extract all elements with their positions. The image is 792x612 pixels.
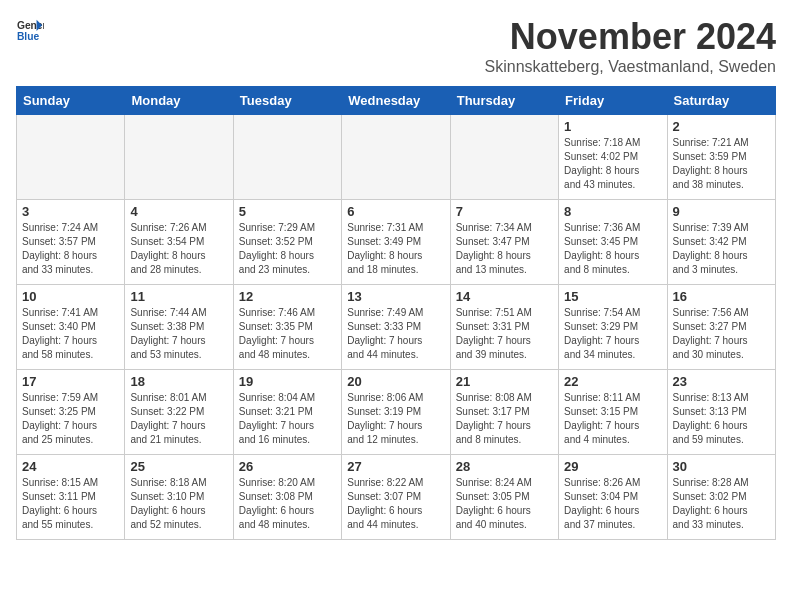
day-number: 4: [130, 204, 227, 219]
weekday-header-saturday: Saturday: [667, 87, 775, 115]
day-number: 24: [22, 459, 119, 474]
weekday-header-sunday: Sunday: [17, 87, 125, 115]
day-number: 22: [564, 374, 661, 389]
day-number: 9: [673, 204, 770, 219]
weekday-header-wednesday: Wednesday: [342, 87, 450, 115]
calendar-cell: 28Sunrise: 8:24 AM Sunset: 3:05 PM Dayli…: [450, 455, 558, 540]
page-container: General Blue November 2024 Skinnskattebe…: [16, 16, 776, 540]
calendar-cell: 17Sunrise: 7:59 AM Sunset: 3:25 PM Dayli…: [17, 370, 125, 455]
calendar-cell: 27Sunrise: 8:22 AM Sunset: 3:07 PM Dayli…: [342, 455, 450, 540]
calendar-cell: 18Sunrise: 8:01 AM Sunset: 3:22 PM Dayli…: [125, 370, 233, 455]
weekday-header-thursday: Thursday: [450, 87, 558, 115]
calendar-cell: [233, 115, 341, 200]
calendar-cell: 13Sunrise: 7:49 AM Sunset: 3:33 PM Dayli…: [342, 285, 450, 370]
day-number: 20: [347, 374, 444, 389]
day-number: 10: [22, 289, 119, 304]
day-info: Sunrise: 8:24 AM Sunset: 3:05 PM Dayligh…: [456, 476, 553, 532]
calendar-week-row: 1Sunrise: 7:18 AM Sunset: 4:02 PM Daylig…: [17, 115, 776, 200]
calendar-cell: [125, 115, 233, 200]
day-number: 30: [673, 459, 770, 474]
calendar-cell: [342, 115, 450, 200]
calendar-cell: 14Sunrise: 7:51 AM Sunset: 3:31 PM Dayli…: [450, 285, 558, 370]
day-info: Sunrise: 8:01 AM Sunset: 3:22 PM Dayligh…: [130, 391, 227, 447]
day-info: Sunrise: 8:26 AM Sunset: 3:04 PM Dayligh…: [564, 476, 661, 532]
calendar-cell: 7Sunrise: 7:34 AM Sunset: 3:47 PM Daylig…: [450, 200, 558, 285]
day-info: Sunrise: 7:36 AM Sunset: 3:45 PM Dayligh…: [564, 221, 661, 277]
day-info: Sunrise: 8:18 AM Sunset: 3:10 PM Dayligh…: [130, 476, 227, 532]
calendar-cell: 3Sunrise: 7:24 AM Sunset: 3:57 PM Daylig…: [17, 200, 125, 285]
day-info: Sunrise: 7:21 AM Sunset: 3:59 PM Dayligh…: [673, 136, 770, 192]
day-info: Sunrise: 8:15 AM Sunset: 3:11 PM Dayligh…: [22, 476, 119, 532]
day-info: Sunrise: 7:34 AM Sunset: 3:47 PM Dayligh…: [456, 221, 553, 277]
day-info: Sunrise: 8:28 AM Sunset: 3:02 PM Dayligh…: [673, 476, 770, 532]
day-number: 7: [456, 204, 553, 219]
calendar-cell: 15Sunrise: 7:54 AM Sunset: 3:29 PM Dayli…: [559, 285, 667, 370]
day-number: 18: [130, 374, 227, 389]
weekday-header-friday: Friday: [559, 87, 667, 115]
day-number: 19: [239, 374, 336, 389]
calendar-cell: [17, 115, 125, 200]
weekday-header-tuesday: Tuesday: [233, 87, 341, 115]
day-info: Sunrise: 7:39 AM Sunset: 3:42 PM Dayligh…: [673, 221, 770, 277]
day-info: Sunrise: 7:49 AM Sunset: 3:33 PM Dayligh…: [347, 306, 444, 362]
month-title: November 2024: [485, 16, 776, 58]
day-info: Sunrise: 7:46 AM Sunset: 3:35 PM Dayligh…: [239, 306, 336, 362]
calendar-cell: 10Sunrise: 7:41 AM Sunset: 3:40 PM Dayli…: [17, 285, 125, 370]
calendar-cell: 23Sunrise: 8:13 AM Sunset: 3:13 PM Dayli…: [667, 370, 775, 455]
location-subtitle: Skinnskatteberg, Vaestmanland, Sweden: [485, 58, 776, 76]
day-info: Sunrise: 7:24 AM Sunset: 3:57 PM Dayligh…: [22, 221, 119, 277]
day-info: Sunrise: 7:41 AM Sunset: 3:40 PM Dayligh…: [22, 306, 119, 362]
day-number: 23: [673, 374, 770, 389]
day-number: 2: [673, 119, 770, 134]
calendar-cell: 22Sunrise: 8:11 AM Sunset: 3:15 PM Dayli…: [559, 370, 667, 455]
calendar-cell: 8Sunrise: 7:36 AM Sunset: 3:45 PM Daylig…: [559, 200, 667, 285]
day-number: 15: [564, 289, 661, 304]
calendar-cell: 19Sunrise: 8:04 AM Sunset: 3:21 PM Dayli…: [233, 370, 341, 455]
day-info: Sunrise: 7:59 AM Sunset: 3:25 PM Dayligh…: [22, 391, 119, 447]
day-number: 6: [347, 204, 444, 219]
day-info: Sunrise: 7:31 AM Sunset: 3:49 PM Dayligh…: [347, 221, 444, 277]
day-info: Sunrise: 7:54 AM Sunset: 3:29 PM Dayligh…: [564, 306, 661, 362]
calendar-cell: 24Sunrise: 8:15 AM Sunset: 3:11 PM Dayli…: [17, 455, 125, 540]
day-number: 29: [564, 459, 661, 474]
day-number: 26: [239, 459, 336, 474]
day-info: Sunrise: 7:51 AM Sunset: 3:31 PM Dayligh…: [456, 306, 553, 362]
day-number: 12: [239, 289, 336, 304]
calendar-week-row: 17Sunrise: 7:59 AM Sunset: 3:25 PM Dayli…: [17, 370, 776, 455]
day-info: Sunrise: 7:56 AM Sunset: 3:27 PM Dayligh…: [673, 306, 770, 362]
calendar-cell: 26Sunrise: 8:20 AM Sunset: 3:08 PM Dayli…: [233, 455, 341, 540]
title-block: November 2024 Skinnskatteberg, Vaestmanl…: [485, 16, 776, 76]
day-number: 11: [130, 289, 227, 304]
calendar-cell: 16Sunrise: 7:56 AM Sunset: 3:27 PM Dayli…: [667, 285, 775, 370]
header: General Blue November 2024 Skinnskattebe…: [16, 16, 776, 76]
calendar-table: SundayMondayTuesdayWednesdayThursdayFrid…: [16, 86, 776, 540]
weekday-header-row: SundayMondayTuesdayWednesdayThursdayFrid…: [17, 87, 776, 115]
calendar-cell: 6Sunrise: 7:31 AM Sunset: 3:49 PM Daylig…: [342, 200, 450, 285]
day-number: 13: [347, 289, 444, 304]
calendar-cell: [450, 115, 558, 200]
day-info: Sunrise: 8:20 AM Sunset: 3:08 PM Dayligh…: [239, 476, 336, 532]
calendar-week-row: 10Sunrise: 7:41 AM Sunset: 3:40 PM Dayli…: [17, 285, 776, 370]
calendar-cell: 9Sunrise: 7:39 AM Sunset: 3:42 PM Daylig…: [667, 200, 775, 285]
calendar-cell: 30Sunrise: 8:28 AM Sunset: 3:02 PM Dayli…: [667, 455, 775, 540]
day-info: Sunrise: 7:26 AM Sunset: 3:54 PM Dayligh…: [130, 221, 227, 277]
day-number: 28: [456, 459, 553, 474]
calendar-week-row: 3Sunrise: 7:24 AM Sunset: 3:57 PM Daylig…: [17, 200, 776, 285]
day-info: Sunrise: 8:13 AM Sunset: 3:13 PM Dayligh…: [673, 391, 770, 447]
day-info: Sunrise: 8:06 AM Sunset: 3:19 PM Dayligh…: [347, 391, 444, 447]
day-info: Sunrise: 7:29 AM Sunset: 3:52 PM Dayligh…: [239, 221, 336, 277]
calendar-cell: 2Sunrise: 7:21 AM Sunset: 3:59 PM Daylig…: [667, 115, 775, 200]
calendar-cell: 11Sunrise: 7:44 AM Sunset: 3:38 PM Dayli…: [125, 285, 233, 370]
day-info: Sunrise: 8:04 AM Sunset: 3:21 PM Dayligh…: [239, 391, 336, 447]
day-number: 27: [347, 459, 444, 474]
calendar-cell: 5Sunrise: 7:29 AM Sunset: 3:52 PM Daylig…: [233, 200, 341, 285]
logo-icon: General Blue: [16, 16, 44, 44]
calendar-cell: 20Sunrise: 8:06 AM Sunset: 3:19 PM Dayli…: [342, 370, 450, 455]
day-info: Sunrise: 7:18 AM Sunset: 4:02 PM Dayligh…: [564, 136, 661, 192]
calendar-week-row: 24Sunrise: 8:15 AM Sunset: 3:11 PM Dayli…: [17, 455, 776, 540]
calendar-cell: 29Sunrise: 8:26 AM Sunset: 3:04 PM Dayli…: [559, 455, 667, 540]
svg-text:Blue: Blue: [17, 31, 40, 42]
day-number: 14: [456, 289, 553, 304]
day-number: 3: [22, 204, 119, 219]
day-number: 8: [564, 204, 661, 219]
